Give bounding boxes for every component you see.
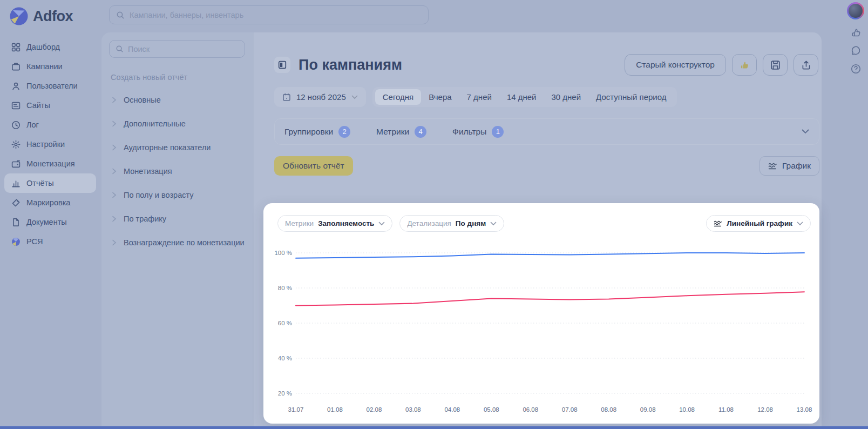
chart-toggle-button[interactable]: График — [760, 156, 819, 176]
report-group-label: Монетизация — [124, 167, 172, 176]
report-group-additional[interactable]: Дополнительные — [109, 112, 247, 136]
line-chart[interactable]: 100 %80 %60 %40 %20 %31.0701.0802.0803.0… — [270, 234, 814, 418]
metrics-filter[interactable]: Метрики 4 — [376, 126, 426, 138]
detail-select[interactable]: Детализация По дням — [399, 215, 504, 232]
sidebar-item-log[interactable]: Лог — [4, 115, 96, 135]
page-title: По кампаниям — [299, 57, 625, 73]
report-group-reward[interactable]: Вознаграждение по монетизации — [109, 231, 247, 254]
create-report-label[interactable]: Создать новый отчёт — [111, 73, 247, 82]
sidebar-item-campaigns[interactable]: Кампании — [4, 57, 96, 76]
chat-icon[interactable] — [850, 45, 862, 56]
sidebar-item-settings[interactable]: Настройки — [4, 135, 96, 154]
report-group-label: По трафику — [124, 215, 166, 223]
chart-type-select[interactable]: Линейный график — [706, 215, 811, 232]
period-tab-14days[interactable]: 14 дней — [499, 89, 544, 105]
monetization-icon — [11, 159, 21, 169]
chevron-right-icon — [112, 120, 117, 127]
global-search-input[interactable] — [130, 11, 422, 19]
date-picker[interactable]: 12 нояб 2025 — [274, 87, 366, 107]
detail-select-label: Детализация — [407, 219, 451, 227]
period-tab-today[interactable]: Сегодня — [375, 89, 422, 105]
avatar[interactable] — [847, 2, 864, 19]
reports-search[interactable] — [109, 40, 245, 58]
sidebar-nav: Дашборд Кампании Пользователи Сайты Лог … — [0, 37, 100, 251]
reports-search-input[interactable] — [128, 45, 239, 53]
update-report-button[interactable]: Обновить отчёт — [274, 156, 353, 176]
old-constructor-button[interactable]: Старый конструктор — [625, 54, 726, 76]
chevron-right-icon — [112, 97, 117, 103]
filter-bar-expand-chevron[interactable] — [802, 129, 809, 134]
chart-card: Метрики Заполняемость Детализация По дня… — [263, 203, 819, 424]
svg-text:05.08: 05.08 — [484, 406, 499, 413]
collapse-panel-icon[interactable] — [274, 57, 290, 73]
report-group-monetization[interactable]: Монетизация — [109, 159, 247, 183]
report-group-main[interactable]: Основные — [109, 88, 247, 112]
sidebar-item-label: Монетизация — [26, 159, 75, 168]
sidebar-item-label: РСЯ — [26, 237, 43, 246]
sidebar-item-monetization[interactable]: Монетизация — [4, 154, 96, 173]
sidebar-item-marking[interactable]: Маркировка — [4, 193, 96, 212]
help-icon[interactable] — [850, 63, 862, 75]
sidebar-item-sites[interactable]: Сайты — [4, 96, 96, 115]
svg-text:11.08: 11.08 — [718, 406, 734, 413]
report-group-traffic[interactable]: По трафику — [109, 207, 247, 231]
filter-bar: Группировки 2 Метрики 4 Фильтры 1 — [274, 118, 819, 145]
sidebar-item-label: Дашборд — [26, 43, 60, 51]
content-panel: Создать новый отчёт Основные Дополнитель… — [101, 32, 822, 426]
metrics-select-label: Метрики — [285, 219, 314, 227]
groupings-filter[interactable]: Группировки 2 — [284, 126, 350, 138]
chevron-right-icon — [112, 168, 117, 175]
period-tabs: Сегодня Вчера 7 дней 14 дней 30 дней Дос… — [372, 87, 677, 107]
period-tab-30days[interactable]: 30 дней — [544, 89, 588, 105]
svg-text:12.08: 12.08 — [757, 406, 773, 413]
topbar — [100, 0, 822, 30]
sidebar-item-dashboard[interactable]: Дашборд — [4, 37, 96, 57]
svg-text:02.08: 02.08 — [367, 406, 382, 413]
chart-wave-icon — [768, 162, 777, 171]
period-tab-7days[interactable]: 7 дней — [459, 89, 499, 105]
sidebar-item-documents[interactable]: Документы — [4, 212, 96, 232]
right-rail — [843, 0, 868, 75]
chevron-right-icon — [112, 144, 117, 151]
chevron-down-icon — [797, 222, 803, 226]
report-group-label: Основные — [124, 96, 161, 104]
period-tab-available[interactable]: Доступный период — [588, 89, 674, 105]
like-icon[interactable] — [850, 26, 862, 38]
users-icon — [11, 82, 21, 91]
filters-label: Фильтры — [452, 127, 486, 137]
settings-icon — [11, 140, 21, 149]
global-search[interactable] — [109, 5, 429, 24]
sidebar-item-label: Сайты — [26, 101, 50, 110]
save-report-button[interactable] — [763, 54, 788, 76]
sidebar-item-rsya[interactable]: РСЯ — [4, 232, 96, 251]
svg-text:10.08: 10.08 — [679, 406, 695, 413]
like-report-button[interactable] — [732, 54, 757, 76]
adfox-logo[interactable]: Adfox — [0, 0, 100, 25]
filters-filter[interactable]: Фильтры 1 — [452, 126, 504, 138]
svg-text:01.08: 01.08 — [327, 406, 343, 413]
sidebar-item-users[interactable]: Пользователи — [4, 76, 96, 96]
rsya-icon — [11, 237, 21, 246]
export-report-button[interactable] — [794, 54, 818, 76]
metrics-select[interactable]: Метрики Заполняемость — [277, 215, 392, 232]
date-value: 12 нояб 2025 — [296, 92, 346, 102]
svg-text:20 %: 20 % — [278, 390, 292, 397]
metrics-count-badge: 4 — [415, 126, 426, 138]
line-chart-icon — [714, 219, 722, 228]
report-group-gender-age[interactable]: По полу и возрасту — [109, 183, 247, 207]
svg-text:08.08: 08.08 — [601, 406, 616, 413]
svg-text:31.07: 31.07 — [288, 406, 304, 413]
svg-text:09.08: 09.08 — [640, 406, 656, 413]
adfox-logo-icon — [10, 7, 28, 25]
sidebar-item-label: Настройки — [26, 140, 65, 149]
svg-text:100 %: 100 % — [274, 250, 292, 256]
svg-text:13.08: 13.08 — [797, 406, 812, 413]
svg-text:03.08: 03.08 — [405, 406, 421, 413]
sites-icon — [11, 101, 21, 110]
report-group-label: По полу и возрасту — [124, 191, 194, 199]
report-group-audience[interactable]: Аудиторные показатели — [109, 136, 247, 159]
groupings-count-badge: 2 — [338, 126, 350, 138]
campaigns-icon — [11, 62, 21, 71]
sidebar-item-reports[interactable]: Отчёты — [4, 173, 96, 193]
period-tab-yesterday[interactable]: Вчера — [421, 89, 459, 105]
